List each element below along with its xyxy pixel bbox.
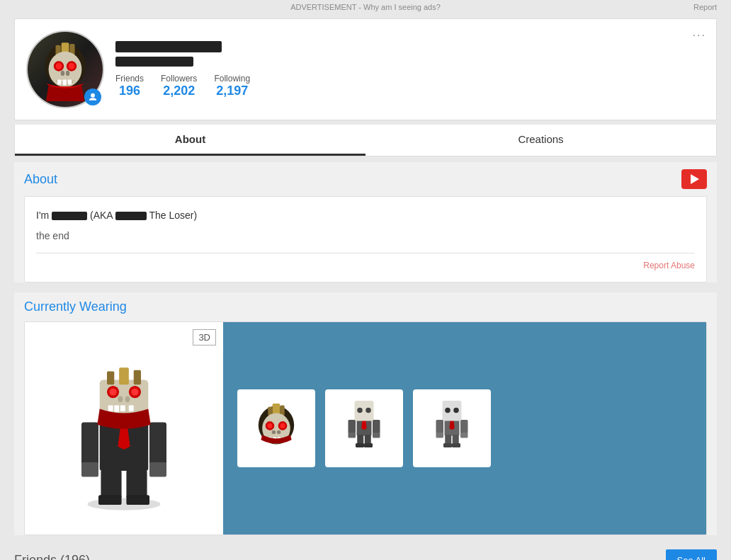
svg-point-49: [280, 423, 285, 428]
svg-rect-30: [119, 367, 129, 384]
svg-rect-21: [149, 462, 166, 477]
ad-text: ADVERTISEMENT - Why am I seeing ads?: [290, 3, 441, 11]
display-name-redacted: [115, 41, 222, 52]
svg-rect-22: [101, 469, 121, 498]
following-value: 2,197: [214, 84, 250, 98]
see-all-button[interactable]: See All: [666, 549, 717, 560]
report-abuse-link[interactable]: Report Abuse: [643, 261, 695, 270]
stats-row: Friends 196 Followers 2,202 Following 2,…: [115, 74, 705, 98]
stat-following[interactable]: Following 2,197: [214, 74, 250, 98]
svg-rect-12: [62, 79, 66, 85]
about-content: I'm (AKA The Loser) the end Report Abuse: [24, 196, 707, 282]
bio-end: the end: [36, 230, 695, 241]
items-panel: [223, 322, 706, 535]
svg-point-10: [66, 71, 69, 76]
username-row: [115, 41, 705, 67]
svg-rect-64: [364, 443, 373, 447]
bio-aka-name-redacted: [115, 212, 147, 220]
svg-rect-11: [57, 79, 61, 84]
svg-point-66: [357, 408, 363, 413]
item-2-svg: [332, 396, 396, 460]
tabs-bar: About Creations: [14, 125, 717, 156]
svg-point-7: [56, 63, 62, 69]
svg-point-50: [272, 430, 276, 434]
bio-line-1: I'm (AKA The Loser): [36, 208, 695, 223]
svg-rect-38: [114, 405, 119, 411]
profile-info: Friends 196 Followers 2,202 Following 2,…: [115, 41, 705, 98]
sub-name-redacted: [115, 57, 193, 67]
3d-button[interactable]: 3D: [193, 329, 216, 345]
svg-point-8: [69, 63, 75, 69]
svg-rect-13: [68, 79, 72, 84]
stat-followers[interactable]: Followers 2,202: [161, 74, 197, 98]
report-ad-link[interactable]: Report: [693, 3, 717, 11]
svg-rect-29: [134, 370, 141, 385]
svg-rect-58: [373, 420, 380, 434]
item-1-svg: [244, 396, 308, 460]
tab-about[interactable]: About: [15, 125, 366, 156]
svg-point-35: [118, 396, 123, 403]
svg-rect-57: [348, 420, 356, 434]
svg-rect-63: [356, 443, 364, 447]
avatar-badge: [84, 88, 101, 105]
user-icon: [88, 92, 98, 102]
svg-rect-39: [120, 405, 125, 411]
svg-rect-23: [126, 469, 147, 498]
three-dots-menu[interactable]: ···: [693, 29, 706, 42]
report-abuse-row: Report Abuse: [36, 253, 695, 270]
friends-title: Friends (196): [14, 553, 90, 560]
svg-rect-20: [81, 462, 98, 477]
svg-rect-70: [436, 420, 444, 434]
svg-point-67: [366, 408, 371, 413]
svg-rect-18: [81, 422, 98, 464]
svg-point-51: [277, 430, 280, 434]
item-thumb-1[interactable]: [237, 389, 315, 467]
friends-section: Friends (196) See All: [14, 545, 717, 560]
svg-point-36: [125, 396, 130, 403]
svg-point-79: [445, 408, 450, 413]
svg-rect-28: [107, 371, 114, 384]
friends-label: Friends: [115, 74, 144, 84]
svg-point-9: [61, 71, 64, 76]
svg-rect-73: [460, 433, 468, 438]
avatar-3d-panel: 3D: [25, 322, 223, 535]
svg-rect-37: [108, 405, 113, 411]
wearing-body: 3D: [24, 321, 707, 535]
item-3-svg: [420, 396, 484, 460]
svg-rect-60: [373, 433, 380, 438]
avatar-wrap: [26, 30, 104, 108]
svg-point-34: [131, 388, 138, 395]
bio-name-redacted: [52, 212, 87, 220]
followers-value: 2,202: [161, 84, 197, 98]
svg-rect-25: [126, 495, 149, 505]
bio-im: I'm: [36, 210, 49, 221]
svg-point-33: [109, 388, 116, 395]
wearing-title: Currently Wearing: [14, 292, 717, 321]
svg-rect-76: [443, 443, 452, 447]
about-header: About: [14, 162, 717, 196]
svg-rect-71: [460, 420, 468, 434]
svg-rect-40: [129, 405, 134, 411]
wearing-section: Currently Wearing 3D: [14, 292, 717, 535]
friends-value: 196: [115, 84, 144, 98]
svg-rect-77: [452, 443, 460, 447]
svg-point-14: [91, 93, 95, 98]
svg-rect-19: [149, 422, 166, 464]
tab-creations[interactable]: Creations: [366, 125, 716, 156]
svg-point-48: [267, 423, 272, 428]
ad-bar: ADVERTISEMENT - Why am I seeing ads? Rep…: [0, 0, 731, 14]
stat-friends[interactable]: Friends 196: [115, 74, 144, 98]
item-thumb-3[interactable]: [413, 389, 491, 467]
svg-rect-24: [98, 495, 122, 505]
bio-loser: The Loser): [149, 210, 197, 221]
about-section: About I'm (AKA The Loser) the end Report…: [14, 162, 717, 282]
followers-label: Followers: [161, 74, 197, 84]
item-thumb-2[interactable]: [325, 389, 403, 467]
about-title: About: [24, 172, 57, 187]
youtube-button[interactable]: [681, 169, 707, 189]
svg-rect-72: [436, 433, 444, 438]
bio-aka: (AKA: [90, 210, 115, 221]
svg-rect-59: [348, 433, 356, 438]
youtube-play-icon: [691, 174, 699, 184]
avatar-3d-svg: [53, 343, 195, 513]
